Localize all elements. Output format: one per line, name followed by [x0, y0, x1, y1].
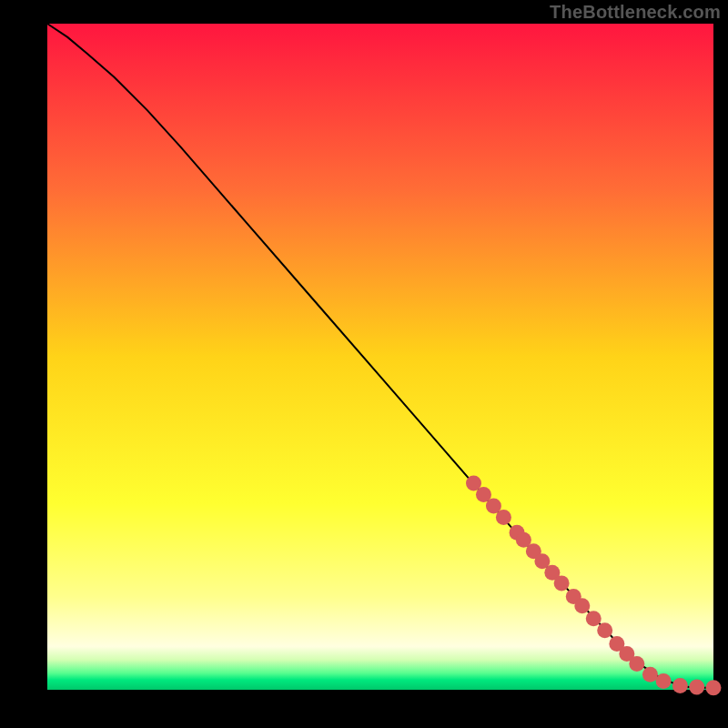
plot-background [47, 24, 713, 690]
marker-dot [554, 575, 570, 591]
marker-dot [689, 680, 704, 695]
marker-dot [642, 667, 658, 682]
marker-dot [597, 622, 612, 638]
chart-frame: TheBottleneck.com [0, 0, 728, 728]
marker-dot [656, 673, 672, 689]
marker-dot [706, 680, 722, 695]
marker-dot [586, 611, 602, 626]
marker-dot [672, 678, 688, 693]
chart-svg [0, 0, 728, 728]
marker-dot [629, 656, 644, 672]
marker-dot [496, 510, 511, 525]
watermark-text: TheBottleneck.com [550, 2, 721, 23]
marker-dot [574, 598, 590, 613]
